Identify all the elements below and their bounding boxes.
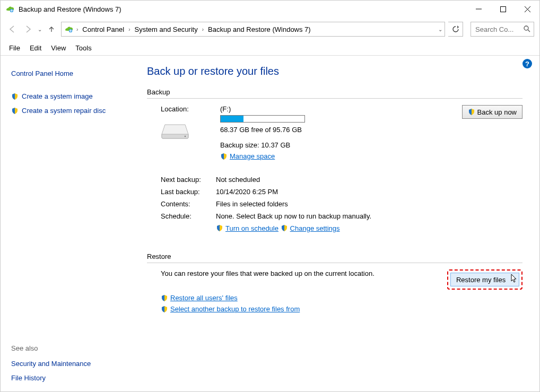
restore-section-heading: Restore [147, 252, 522, 263]
backup-section-heading: Backup [147, 88, 522, 99]
restore-my-files-label: Restore my files [456, 276, 506, 284]
backup-now-button[interactable]: Back up now [462, 105, 522, 119]
breadcrumb-backup-restore[interactable]: Backup and Restore (Windows 7) [205, 24, 314, 34]
breadcrumb-control-panel[interactable]: Control Panel [79, 24, 127, 34]
last-backup-label: Last backup: [147, 188, 216, 196]
up-button[interactable] [45, 23, 58, 36]
svg-point-4 [185, 136, 186, 137]
chevron-right-icon[interactable]: › [201, 27, 205, 32]
minimize-button[interactable] [466, 1, 491, 18]
restore-all-users-link[interactable]: Restore all users' files [170, 294, 238, 302]
disk-usage-bar [220, 115, 305, 123]
menu-tools[interactable]: Tools [71, 42, 95, 54]
shield-icon [281, 224, 288, 232]
shield-icon [216, 224, 223, 232]
address-row: ⌄ › Control Panel › System and Security … [1, 18, 539, 41]
page-title: Back up or restore your files [147, 65, 522, 77]
contents-label: Contents: [147, 200, 216, 208]
menu-edit[interactable]: Edit [25, 42, 46, 54]
next-backup-label: Next backup: [147, 176, 216, 184]
chevron-right-icon[interactable]: › [75, 27, 79, 32]
address-dropdown-button[interactable]: ⌄ [438, 27, 442, 32]
backup-schedule-grid: Next backup: Not scheduled Last backup: … [147, 176, 522, 234]
sidebar-file-history[interactable]: File History [11, 374, 46, 382]
svg-point-3 [524, 26, 528, 30]
address-icon [64, 24, 74, 34]
drive-icon [161, 123, 189, 141]
search-icon[interactable] [523, 25, 530, 34]
restore-section: Restore You can restore your files that … [147, 252, 522, 313]
maximize-button[interactable] [491, 1, 515, 18]
chevron-right-icon[interactable]: › [127, 27, 131, 32]
recent-locations-button[interactable]: ⌄ [38, 27, 42, 32]
select-another-backup-link[interactable]: Select another backup to restore files f… [170, 305, 300, 313]
window-controls [466, 1, 539, 18]
help-icon[interactable]: ? [522, 59, 532, 68]
change-settings-link[interactable]: Change settings [290, 224, 340, 232]
location-value: (F:) [220, 105, 433, 113]
address-bar[interactable]: › Control Panel › System and Security › … [61, 22, 445, 37]
breadcrumb-system-security[interactable]: System and Security [131, 24, 201, 34]
shield-icon [11, 107, 19, 115]
back-button[interactable] [6, 23, 19, 36]
refresh-button[interactable] [448, 22, 463, 37]
title-bar: Backup and Restore (Windows 7) [1, 1, 539, 18]
manage-space-link[interactable]: Manage space [230, 152, 275, 160]
app-icon [5, 4, 15, 14]
sidebar-security-maintenance[interactable]: Security and Maintenance [11, 360, 91, 368]
location-label: Location: [147, 105, 216, 113]
backup-location-grid: Location: (F:) 68.37 GB free of 95.76 GB… [147, 105, 522, 162]
content-area: Control Panel Home Create a system image… [1, 56, 539, 391]
menu-view[interactable]: View [47, 42, 70, 54]
window-title: Backup and Restore (Windows 7) [19, 5, 466, 13]
menu-file[interactable]: File [5, 42, 24, 54]
sidebar-create-repair-disc[interactable]: Create a system repair disc [22, 107, 106, 115]
close-button[interactable] [515, 1, 539, 18]
menu-bar: File Edit View Tools [1, 41, 539, 56]
backup-size-text: Backup size: 10.37 GB [220, 141, 433, 149]
contents-value: Files in selected folders [216, 200, 522, 208]
shield-icon [468, 108, 475, 116]
shield-icon [161, 306, 168, 313]
next-backup-value: Not scheduled [216, 176, 522, 184]
sidebar-control-panel-home[interactable]: Control Panel Home [11, 69, 73, 77]
schedule-label: Schedule: [147, 212, 216, 234]
restore-button-highlight: Restore my files [447, 269, 522, 290]
free-space-text: 68.37 GB free of 95.76 GB [220, 126, 433, 134]
shield-icon [161, 294, 168, 302]
sidebar: Control Panel Home Create a system image… [1, 56, 138, 391]
sidebar-create-system-image[interactable]: Create a system image [22, 92, 93, 100]
svg-rect-1 [500, 6, 506, 12]
schedule-value: None. Select Back up now to run backup m… [216, 212, 522, 220]
forward-button[interactable] [22, 23, 34, 36]
turn-on-schedule-link[interactable]: Turn on schedule [225, 224, 278, 232]
search-input[interactable] [474, 25, 517, 34]
restore-description: You can restore your files that were bac… [147, 269, 374, 277]
backup-now-label: Back up now [477, 108, 517, 116]
see-also-heading: See also [11, 344, 134, 352]
main-panel: ? Back up or restore your files Backup L… [138, 56, 539, 391]
shield-icon [11, 93, 19, 100]
restore-my-files-button[interactable]: Restore my files [450, 273, 519, 286]
search-box[interactable] [471, 22, 534, 37]
last-backup-value: 10/14/2020 6:25 PM [216, 188, 522, 196]
shield-icon [220, 153, 228, 160]
